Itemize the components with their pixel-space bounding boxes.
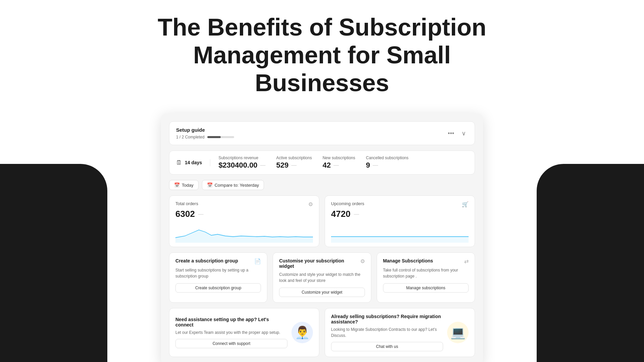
customize-widget-desc: Customize and style your widget to match…: [279, 272, 365, 284]
manage-subscriptions-button[interactable]: Manage subscriptions: [383, 283, 469, 293]
migration-support-title: Already selling subscriptions? Require m…: [331, 314, 443, 324]
total-orders-chart-area: [175, 223, 313, 243]
trial-info: 🗓 14 days: [176, 159, 210, 166]
calendar-icon: 🗓: [176, 159, 182, 166]
total-orders-header: Total orders ⚙: [175, 201, 313, 207]
metric-new-value: 42 —: [323, 161, 355, 170]
today-filter-button[interactable]: 📅 Today: [169, 180, 199, 190]
manage-subscriptions-card: Manage Subscriptions ⇄ Take full control…: [377, 252, 475, 303]
svg-marker-2: [331, 237, 469, 243]
collapse-button[interactable]: ∨: [460, 129, 468, 138]
metric-new-label: New subscriptions: [323, 156, 355, 160]
customize-widget-button[interactable]: Customize your widget: [279, 288, 365, 297]
dashboard-container: Setup guide 1 / 2 Completed ••• ∨ 🗓 14 d…: [161, 113, 483, 362]
customize-widget-gear-icon: ⚙: [360, 258, 365, 264]
create-subscription-group-title: Create a subscription group: [175, 258, 238, 263]
metric-revenue-value: $230400.00 —: [218, 161, 265, 170]
connect-support-desc: Let our Experts Team assist you with the…: [175, 329, 287, 336]
setup-guide-title: Setup guide: [176, 127, 234, 133]
customize-widget-title: Customise your subscription widget: [279, 258, 360, 269]
connect-support-card: Need assistance setting up the app? Let'…: [169, 308, 319, 357]
chat-with-us-button[interactable]: Chat with us: [331, 342, 443, 351]
total-orders-title: Total orders: [175, 201, 198, 206]
support-row: Need assistance setting up the app? Let'…: [169, 308, 475, 357]
upcoming-orders-chart: Upcoming orders 🛒 4720 —: [325, 195, 475, 247]
metric-new: New subscriptions 42 —: [323, 156, 355, 170]
setup-guide-actions: ••• ∨: [446, 129, 468, 138]
upcoming-orders-value: 4720 —: [331, 209, 469, 219]
total-orders-svg: [175, 223, 313, 243]
migration-support-card: Already selling subscriptions? Require m…: [325, 308, 475, 357]
create-subscription-group-card: Create a subscription group 📄 Start sell…: [169, 252, 267, 303]
migration-support-desc: Looking to Migrate Subscription Contract…: [331, 326, 443, 339]
metric-active-value: 529 —: [276, 161, 312, 170]
manage-subscriptions-header: Manage Subscriptions ⇄: [383, 258, 469, 264]
date-filters: 📅 Today 📅 Compare to: Yesterday: [169, 180, 475, 190]
connect-support-title: Need assistance setting up the app? Let'…: [175, 317, 287, 327]
action-cards-row: Create a subscription group 📄 Start sell…: [169, 252, 475, 303]
charts-row: Total orders ⚙ 6302 — Upcoming order: [169, 195, 475, 247]
metric-cancelled-value: 9 —: [366, 161, 409, 170]
manage-subscriptions-desc: Take full control of subscriptions from …: [383, 267, 469, 279]
connect-support-info: Need assistance setting up the app? Let'…: [175, 317, 287, 348]
create-subscription-group-header: Create a subscription group 📄: [175, 258, 261, 264]
upcoming-orders-chart-area: [331, 223, 469, 243]
upcoming-orders-title: Upcoming orders: [331, 201, 364, 206]
more-options-button[interactable]: •••: [446, 129, 456, 138]
manage-subscriptions-title: Manage Subscriptions: [383, 258, 433, 263]
metric-cancelled-label: Cancelled subscriptions: [366, 156, 409, 160]
metric-revenue: Subscriptions revenue $230400.00 —: [218, 156, 265, 170]
metric-cancelled: Cancelled subscriptions 9 —: [366, 156, 409, 170]
manage-subscriptions-icon: ⇄: [464, 258, 469, 264]
migration-support-info: Already selling subscriptions? Require m…: [331, 314, 443, 351]
setup-guide-progress: 1 / 2 Completed: [176, 135, 234, 139]
customize-widget-header: Customise your subscription widget ⚙: [279, 258, 365, 269]
connect-support-button[interactable]: Connect with support: [175, 339, 287, 348]
page-wrapper: The Benefits of Subscription Management …: [0, 0, 644, 362]
upcoming-orders-cart-icon[interactable]: 🛒: [462, 201, 469, 207]
support-agent-icon: 👨‍💼: [295, 325, 310, 340]
setup-guide-info: Setup guide 1 / 2 Completed: [176, 127, 234, 139]
metric-revenue-label: Subscriptions revenue: [218, 156, 265, 160]
upcoming-orders-header: Upcoming orders 🛒: [331, 201, 469, 207]
stats-metrics: Subscriptions revenue $230400.00 — Activ…: [218, 156, 468, 170]
dark-bg-left: [0, 164, 107, 362]
metric-active: Active subscriptions 529 —: [276, 156, 312, 170]
migration-laptop-icon: 💻: [450, 325, 466, 340]
compare-filter-button[interactable]: 📅 Compare to: Yesterday: [202, 180, 264, 190]
progress-bar-fill: [207, 136, 221, 138]
today-calendar-icon: 📅: [174, 182, 180, 188]
create-subscription-group-button[interactable]: Create subscription group: [175, 283, 261, 293]
subscription-group-doc-icon: 📄: [254, 258, 261, 264]
total-orders-value: 6302 —: [175, 209, 313, 219]
upcoming-orders-svg: [331, 223, 469, 243]
create-subscription-group-desc: Start selling subscriptions by setting u…: [175, 267, 261, 279]
stats-bar: 🗓 14 days Subscriptions revenue $230400.…: [169, 150, 475, 175]
trial-label: 14 days: [185, 160, 202, 165]
total-orders-chart: Total orders ⚙ 6302 —: [169, 195, 319, 247]
hero-title: The Benefits of Subscription Management …: [138, 13, 506, 97]
setup-guide-bar: Setup guide 1 / 2 Completed ••• ∨: [169, 121, 475, 145]
metric-active-label: Active subscriptions: [276, 156, 312, 160]
svg-marker-0: [175, 230, 313, 243]
customize-widget-card: Customise your subscription widget ⚙ Cus…: [273, 252, 371, 303]
compare-calendar-icon: 📅: [207, 182, 213, 188]
dark-bg-right: [537, 164, 644, 362]
setup-progress-label: 1 / 2 Completed: [176, 135, 205, 139]
migration-illustration: 💻: [447, 322, 469, 343]
progress-bar-track: [207, 136, 234, 138]
support-agent-illustration: 👨‍💼: [291, 322, 313, 343]
total-orders-settings-icon[interactable]: ⚙: [308, 201, 313, 207]
